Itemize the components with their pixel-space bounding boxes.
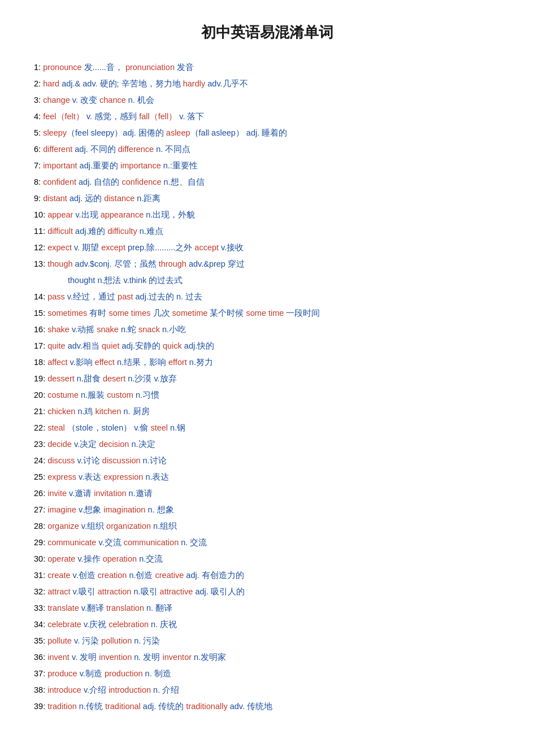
- item-number: 24:: [34, 456, 45, 465]
- chinese-meaning: v.介绍: [81, 685, 108, 694]
- item-number: 15:: [34, 309, 45, 318]
- english-word: some times: [108, 309, 150, 318]
- chinese-meaning: n. 交流: [179, 538, 207, 547]
- list-item: 28: organize v.组织 organization n.组织: [34, 518, 500, 535]
- english-word: creative: [155, 571, 184, 580]
- chinese-meaning: n. 发明: [132, 653, 162, 662]
- list-item: 26: invite v.邀请 invitation n.邀请: [34, 485, 500, 502]
- english-word: communicate: [47, 538, 96, 547]
- item-number: 34:: [34, 620, 45, 629]
- chinese-meaning: n.传统: [77, 702, 105, 711]
- chinese-meaning: adj.快的: [182, 341, 214, 350]
- item-number: 21:: [34, 407, 45, 416]
- english-word: quiet: [102, 341, 119, 350]
- chinese-meaning: adj.过去的 n. 过去: [133, 292, 203, 301]
- item-number: 20:: [34, 390, 45, 399]
- list-item: 36: invent v. 发明 invention n. 发明 invento…: [34, 649, 500, 666]
- list-item: 23: decide v.决定 decision n.决定: [34, 436, 500, 453]
- chinese-meaning: adv.&prep 穿过: [186, 259, 245, 268]
- chinese-meaning: v.组织: [79, 522, 106, 531]
- chinese-meaning: n.表达: [143, 472, 169, 481]
- chinese-meaning: n.:重要性: [161, 161, 198, 170]
- english-word: appear: [47, 210, 73, 219]
- item-number: 33:: [34, 603, 45, 612]
- list-item: 29: communicate v.交流 communication n. 交流: [34, 535, 500, 551]
- list-item: 31: create v.创造 creation n.创造 creative a…: [34, 567, 500, 584]
- list-item: 37: produce v.制造 production n. 制造: [34, 666, 500, 682]
- list-item: 17: quite adv.相当 quiet adj.安静的 quick adj…: [34, 338, 500, 354]
- english-word: introduce: [47, 685, 81, 694]
- word-list: 1: pronounce 发......音， pronunciation 发音2…: [34, 59, 500, 715]
- list-item: 9: distant adj. 远的 distance n.距离: [34, 190, 500, 207]
- item-number: 23:: [34, 440, 45, 449]
- chinese-meaning: n. 庆祝: [149, 620, 177, 629]
- item-number: 18:: [34, 358, 45, 367]
- english-word: invent: [47, 653, 70, 662]
- chinese-meaning: v.操作: [75, 554, 102, 563]
- english-word: introduction: [108, 685, 151, 694]
- chinese-meaning: n.创造: [127, 571, 155, 580]
- english-word: hard: [43, 79, 59, 88]
- chinese-meaning: adv.相当: [66, 341, 102, 350]
- chinese-meaning: v.动摇: [70, 325, 97, 334]
- chinese-meaning: v.影响: [67, 358, 94, 367]
- chinese-meaning: n. 介绍: [151, 685, 179, 694]
- english-word: through: [159, 259, 186, 268]
- chinese-meaning: adj.安静的: [120, 341, 163, 350]
- list-item: 30: operate v.操作 operation n.交流: [34, 551, 500, 567]
- chinese-meaning: v. 发明: [70, 653, 99, 662]
- chinese-meaning: v.制造: [77, 669, 105, 678]
- chinese-meaning: n.距离: [134, 194, 160, 203]
- list-item: 13: though adv.$conj. 尽管；虽然 through adv.…: [34, 256, 500, 289]
- english-word: invention: [99, 653, 132, 662]
- english-word: discuss: [47, 456, 75, 465]
- item-number: 22:: [34, 423, 45, 432]
- chinese-meaning: （stole，stolen） v.偷: [65, 423, 151, 432]
- english-word: pronounce: [43, 63, 82, 72]
- chinese-meaning: v. 污染: [72, 636, 101, 645]
- item-number: 13:: [34, 259, 45, 268]
- english-word: effort: [168, 358, 187, 367]
- chinese-meaning: n.吸引: [131, 587, 159, 596]
- english-word: importance: [120, 161, 161, 170]
- chinese-meaning: n.钢: [168, 423, 185, 432]
- chinese-meaning: 发音: [175, 63, 194, 72]
- chinese-meaning: n. 机会: [126, 95, 154, 105]
- chinese-meaning: （feel sleepy）adj. 困倦的: [67, 128, 166, 137]
- item-number: 37:: [34, 669, 45, 678]
- english-word: decision: [99, 440, 129, 449]
- chinese-meaning: v.吸引: [71, 587, 98, 596]
- chinese-meaning: n.难点: [137, 227, 163, 236]
- english-word: confidence: [121, 177, 161, 186]
- list-item: 20: costume n.服装 custom n.习惯: [34, 387, 500, 403]
- english-word: expect: [47, 243, 72, 252]
- list-item: 27: imagine v.想象 imagination n. 想象: [34, 502, 500, 518]
- list-item: 35: pollute v. 污染 pollution n. 污染: [34, 633, 500, 649]
- english-word: kitchen: [95, 407, 121, 416]
- chinese-meaning: 发......音，: [82, 63, 123, 72]
- chinese-meaning: 某个时候: [207, 309, 246, 318]
- chinese-meaning: adv.几乎不: [205, 79, 248, 88]
- english-word: difficulty: [108, 227, 137, 236]
- list-item: 38: introduce v.介绍 introduction n. 介绍: [34, 682, 500, 698]
- chinese-meaning: v.表达: [76, 472, 103, 481]
- chinese-meaning: n.交流: [137, 554, 163, 563]
- list-item: 24: discuss v.讨论 discussion n.讨论: [34, 453, 500, 469]
- item-number: 17:: [34, 341, 45, 350]
- english-word: shake: [47, 325, 70, 334]
- english-word: translate: [47, 603, 79, 612]
- english-word: pollution: [101, 636, 132, 645]
- item-number: 26:: [34, 489, 45, 498]
- english-word: organize: [47, 522, 79, 531]
- chinese-meaning: adv.$conj. 尽管；虽然: [73, 259, 159, 268]
- list-item: 21: chicken n.鸡 kitchen n. 厨房: [34, 403, 500, 420]
- chinese-meaning: v.讨论: [75, 456, 102, 465]
- chinese-meaning: v. 落下: [177, 112, 204, 121]
- english-word: difference: [118, 145, 154, 154]
- english-word: imagination: [103, 505, 145, 514]
- list-item: 25: express v.表达 expression n.表达: [34, 469, 500, 485]
- item-number: 25:: [34, 472, 45, 481]
- english-word: accept: [194, 243, 219, 252]
- list-item: 12: expect v. 期望 except prep.除.........之…: [34, 240, 500, 256]
- item-number: 19:: [34, 374, 45, 383]
